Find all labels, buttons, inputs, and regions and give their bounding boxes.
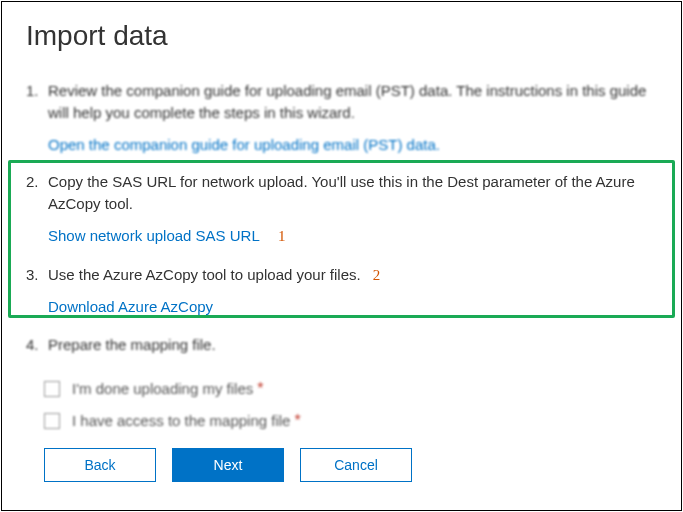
step-1-link[interactable]: Open the companion guide for uploading e… xyxy=(48,134,440,156)
step-3-text: Use the Azure AzCopy tool to upload your… xyxy=(48,266,361,283)
step-1-text: Review the companion guide for uploading… xyxy=(48,80,657,124)
step-4-text: Prepare the mapping file. xyxy=(48,334,657,356)
page-title: Import data xyxy=(26,20,657,52)
checkbox-mapping-access[interactable]: I have access to the mapping file * xyxy=(44,412,657,430)
download-azcopy-link[interactable]: Download Azure AzCopy xyxy=(48,296,213,318)
required-asterisk: * xyxy=(257,380,263,398)
checkbox-icon xyxy=(44,381,60,397)
checkbox-group: I'm done uploading my files * I have acc… xyxy=(44,380,657,430)
step-2-text: Copy the SAS URL for network upload. You… xyxy=(48,171,657,215)
checkbox-done-uploading[interactable]: I'm done uploading my files * xyxy=(44,380,657,398)
button-row: Back Next Cancel xyxy=(44,448,657,482)
step-3: Use the Azure AzCopy tool to upload your… xyxy=(26,264,657,319)
cancel-button[interactable]: Cancel xyxy=(300,448,412,482)
required-asterisk: * xyxy=(294,412,300,430)
checkbox-done-uploading-label: I'm done uploading my files xyxy=(72,380,253,397)
step-4: Prepare the mapping file. xyxy=(26,334,657,356)
checkbox-mapping-access-label: I have access to the mapping file xyxy=(72,412,290,429)
dialog-frame: Import data Review the companion guide f… xyxy=(1,1,682,511)
next-button[interactable]: Next xyxy=(172,448,284,482)
annotation-1: 1 xyxy=(278,228,286,244)
show-sas-url-link[interactable]: Show network upload SAS URL xyxy=(48,225,260,247)
step-2: Copy the SAS URL for network upload. You… xyxy=(26,171,657,247)
dialog-content: Import data Review the companion guide f… xyxy=(2,2,681,482)
annotation-2: 2 xyxy=(373,267,381,283)
steps-list: Review the companion guide for uploading… xyxy=(26,80,657,356)
checkbox-icon xyxy=(44,413,60,429)
back-button[interactable]: Back xyxy=(44,448,156,482)
step-1: Review the companion guide for uploading… xyxy=(26,80,657,155)
